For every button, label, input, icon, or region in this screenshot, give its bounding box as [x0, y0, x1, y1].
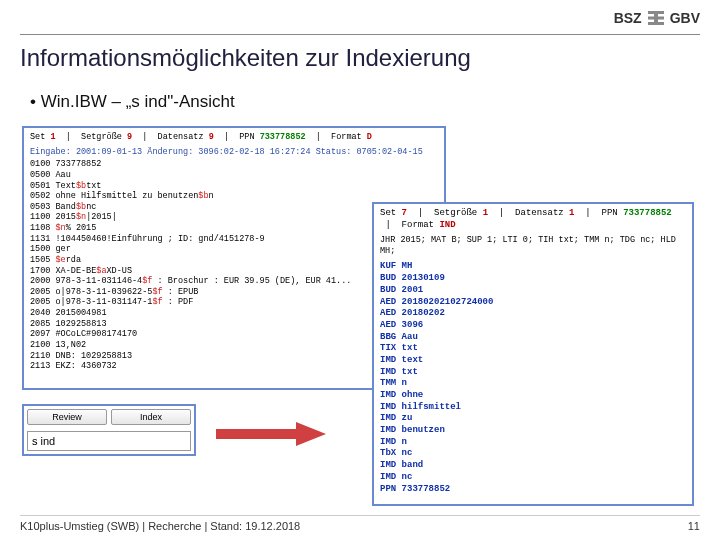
panel-d-meta: Eingabe: 2001:09-01-13 Änderung: 3096:02… — [30, 147, 438, 158]
ind-record-line: IMD hilfsmittel — [380, 402, 686, 414]
panel-ind-records: KUF MHBUD 20130109BUD 2001AED 2018020210… — [380, 261, 686, 495]
page-title: Informationsmöglichkeiten zur Indexierun… — [20, 44, 471, 72]
ind-record-line: IMD n — [380, 437, 686, 449]
org-bsz: BSZ — [614, 10, 642, 26]
ind-record-line: IMD txt — [380, 367, 686, 379]
record-line: 0501 Text$btxt — [30, 181, 438, 192]
ind-record-line: IMD nc — [380, 472, 686, 484]
record-line: 0100 733778852 — [30, 159, 438, 170]
ind-record-line: IMD benutzen — [380, 425, 686, 437]
ind-record-line: TMM n — [380, 378, 686, 390]
footer-page: 11 — [688, 520, 700, 532]
svg-marker-5 — [296, 422, 326, 446]
svg-rect-3 — [654, 11, 658, 25]
ind-record-line: IMD text — [380, 355, 686, 367]
svg-rect-4 — [216, 429, 296, 439]
ind-record-line: KUF MH — [380, 261, 686, 273]
index-button[interactable]: Index — [111, 409, 191, 425]
ind-record-line: TbX nc — [380, 448, 686, 460]
footer-left: K10plus-Umstieg (SWB) | Recherche | Stan… — [20, 520, 300, 532]
ind-record-line: BUD 20130109 — [380, 273, 686, 285]
ibw-panel-format-ind: Set 7 | Setgröße 1 | Datensatz 1 | PPN 7… — [372, 202, 694, 506]
arrow-icon — [216, 422, 326, 446]
ind-record-line: TIX txt — [380, 343, 686, 355]
panel-ind-header: Set 7 | Setgröße 1 | Datensatz 1 | PPN 7… — [380, 208, 686, 231]
header-logo: BSZ GBV — [614, 10, 700, 26]
ind-record-line: BUD 2001 — [380, 285, 686, 297]
ind-record-line: PPN 733778852 — [380, 484, 686, 496]
ind-record-line: IMD zu — [380, 413, 686, 425]
org-gbv: GBV — [670, 10, 700, 26]
command-input[interactable]: s ind — [27, 431, 191, 451]
command-toolbar: Review Index s ind — [22, 404, 196, 456]
record-line: 0502 ohne Hilfsmittel zu benutzen$bn — [30, 191, 438, 202]
panel-d-header: Set 1 | Setgröße 9 | Datensatz 9 | PPN 7… — [30, 132, 438, 143]
ind-record-line: AED 3096 — [380, 320, 686, 332]
stripes-icon — [648, 11, 664, 25]
footer: K10plus-Umstieg (SWB) | Recherche | Stan… — [20, 515, 700, 532]
ind-record-line: AED 20180202 — [380, 308, 686, 320]
header-rule — [20, 34, 700, 35]
ind-record-line: IMD ohne — [380, 390, 686, 402]
panel-ind-subheader: JHR 2015; MAT B; SUP 1; LTI 0; TIH txt; … — [380, 235, 686, 257]
ind-record-line: AED 20180202102724000 — [380, 297, 686, 309]
record-line: 0500 Aau — [30, 170, 438, 181]
review-button[interactable]: Review — [27, 409, 107, 425]
bullet-1: Win.IBW – „s ind"-Ansicht — [30, 92, 235, 112]
ind-record-line: BBG Aau — [380, 332, 686, 344]
ind-record-line: IMD band — [380, 460, 686, 472]
